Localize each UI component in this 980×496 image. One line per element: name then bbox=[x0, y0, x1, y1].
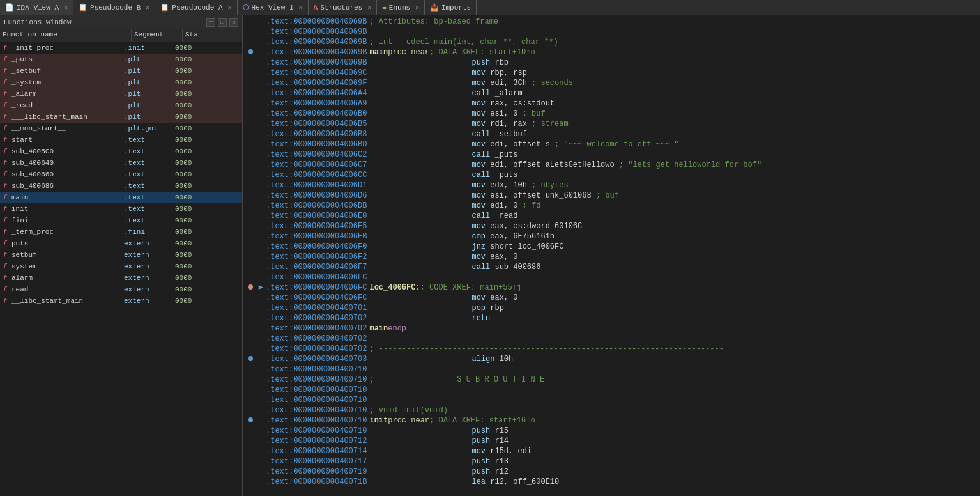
tab-close-ida[interactable]: ✕ bbox=[64, 4, 68, 12]
disasm-line[interactable]: .text:00000000004006DBmov edi, 0 ; fd bbox=[243, 201, 980, 211]
window-float-btn[interactable]: □ bbox=[218, 18, 227, 27]
function-segment: .plt bbox=[121, 90, 172, 98]
function-row-_init_proc[interactable]: f _init_proc .init 0000 bbox=[0, 42, 242, 54]
disasm-line[interactable]: .text:0000000000400710; ================… bbox=[243, 375, 980, 385]
tab-close-enums[interactable]: ✕ bbox=[415, 4, 419, 12]
disasm-line[interactable]: .text:000000000040069Bpush rbp bbox=[243, 58, 980, 68]
function-row-_puts[interactable]: f _puts .plt 0000 bbox=[0, 54, 242, 65]
disasm-line[interactable]: .text:0000000000400703align 10h bbox=[243, 354, 980, 364]
disasm-address: .text:00000000004006D1 bbox=[266, 181, 367, 190]
function-row-alarm[interactable]: f alarm extern 0000 bbox=[0, 272, 242, 284]
disasm-line[interactable]: .text:0000000000400701pop rbp bbox=[243, 303, 980, 313]
function-row-sub_400640[interactable]: f sub_400640 .text 0000 bbox=[0, 157, 242, 169]
function-row-_alarm[interactable]: f _alarm .plt 0000 bbox=[0, 88, 242, 100]
tab-close-psb[interactable]: ✕ bbox=[146, 4, 149, 12]
function-row-start[interactable]: f start .text 0000 bbox=[0, 134, 242, 146]
disasm-line[interactable]: .text:0000000000400714mov r15d, edi bbox=[243, 446, 980, 456]
disasm-line[interactable]: .text:00000000004006F2mov eax, 0 bbox=[243, 252, 980, 262]
disasm-line[interactable]: .text:000000000040069B; Attributes: bp-b… bbox=[243, 17, 980, 27]
disasm-line[interactable]: .text:00000000004006E5mov eax, cs:dword_… bbox=[243, 221, 980, 231]
tab-pseudocode-b[interactable]: 📋 Pseudocode-B ✕ bbox=[73, 0, 155, 15]
disasm-address: .text:0000000000400702 bbox=[266, 345, 367, 353]
disasm-line[interactable]: .text:0000000000400710init proc near ; D… bbox=[243, 415, 980, 426]
function-row-sub_400660[interactable]: f sub_400660 .text 0000 bbox=[0, 169, 242, 180]
function-row-sub_4005C0[interactable]: f sub_4005C0 .text 0000 bbox=[0, 146, 242, 157]
disasm-line[interactable]: .text:00000000004006FC bbox=[243, 272, 980, 283]
function-row-_system[interactable]: f _system .plt 0000 bbox=[0, 77, 242, 88]
tab-structures[interactable]: A Structures ✕ bbox=[309, 0, 378, 15]
function-row-init[interactable]: f init .text 0000 bbox=[0, 203, 242, 215]
function-segment: .text bbox=[121, 136, 172, 144]
function-row-_setbuf[interactable]: f _setbuf .plt 0000 bbox=[0, 65, 242, 77]
disasm-line[interactable]: .text:0000000000400710push r15 bbox=[243, 426, 980, 436]
function-row-_term_proc[interactable]: f _term_proc .fini 0000 bbox=[0, 226, 242, 238]
tab-close-psa[interactable]: ✕ bbox=[228, 4, 232, 12]
function-row-___libc_start_main[interactable]: f ___libc_start_main .plt 0000 bbox=[0, 111, 242, 123]
function-row-sub_400686[interactable]: f sub_400686 .text 0000 bbox=[0, 180, 242, 192]
disasm-line[interactable]: .text:000000000040069Bmain proc near ; D… bbox=[243, 47, 980, 58]
function-row-main[interactable]: f main .text 0000 bbox=[0, 192, 242, 203]
disasm-line[interactable]: .text:0000000000400710 bbox=[243, 385, 980, 395]
function-row-_read[interactable]: f _read .plt 0000 bbox=[0, 100, 242, 111]
functions-list[interactable]: f _init_proc .init 0000 f _puts .plt 000… bbox=[0, 42, 242, 496]
disasm-line[interactable]: .text:000000000040069B bbox=[243, 27, 980, 37]
function-row-__mon_start__[interactable]: f __mon_start__ .plt.got 0000 bbox=[0, 123, 242, 134]
tab-close-hex[interactable]: ✕ bbox=[299, 4, 303, 12]
disasm-line[interactable]: .text:00000000004006BDmov edi, offset s … bbox=[243, 139, 980, 150]
disasm-line[interactable]: .text:000000000040069B; int __cdecl main… bbox=[243, 37, 980, 47]
disasm-line[interactable]: .text:00000000004006A4call _alarm bbox=[243, 88, 980, 98]
function-start: 0000 bbox=[172, 286, 194, 293]
function-start: 0000 bbox=[172, 102, 194, 109]
disasm-line[interactable]: .text:000000000040069Cmov rbp, rsp bbox=[243, 68, 980, 78]
window-minimize-btn[interactable]: ─ bbox=[206, 18, 215, 27]
disasm-line[interactable]: .text:000000000040071Blea r12, off_600E1… bbox=[243, 477, 980, 487]
window-controls: ─ □ ✕ bbox=[206, 18, 238, 27]
disasm-line[interactable]: .text:00000000004006C7mov edi, offset aL… bbox=[243, 160, 980, 170]
function-row-setbuf[interactable]: f setbuf extern 0000 bbox=[0, 249, 242, 261]
disasm-line[interactable]: .text:00000000004006CCcall _puts bbox=[243, 170, 980, 180]
disasm-operands: edi, 3Ch bbox=[486, 79, 527, 88]
window-close-btn[interactable]: ✕ bbox=[229, 18, 238, 27]
function-row-system[interactable]: f system extern 0000 bbox=[0, 261, 242, 272]
disasm-line[interactable]: .text:0000000000400717push r13 bbox=[243, 456, 980, 467]
disasm-operands: edi, 0 bbox=[486, 201, 517, 210]
disasm-line[interactable]: .text:0000000000400710; void init(void) bbox=[243, 405, 980, 415]
disasm-mnemonic: call bbox=[471, 263, 490, 272]
disasm-line[interactable]: .text:00000000004006E0call _read bbox=[243, 211, 980, 221]
disasm-line[interactable]: .text:000000000040069Fmov edi, 3Ch ; sec… bbox=[243, 78, 980, 88]
function-row-fini[interactable]: f fini .text 0000 bbox=[0, 215, 242, 226]
disasm-line[interactable]: .text:0000000000400710 bbox=[243, 395, 980, 405]
tab-hex-view[interactable]: ⬡ Hex View-1 ✕ bbox=[238, 0, 309, 15]
tab-pseudocode-a[interactable]: 📋 Pseudocode-A ✕ bbox=[155, 0, 237, 15]
disasm-line[interactable]: .text:00000000004006D6mov esi, offset un… bbox=[243, 190, 980, 201]
disasm-line[interactable]: .text:0000000000400712push r14 bbox=[243, 436, 980, 446]
disasm-line[interactable]: .text:00000000004006C2call _puts bbox=[243, 150, 980, 160]
disasm-line[interactable]: .text:0000000000400702main endp bbox=[243, 323, 980, 334]
disasm-address: .text:000000000040069F bbox=[266, 79, 367, 88]
disasm-address: .text:00000000004006B8 bbox=[266, 130, 367, 139]
disasm-line[interactable]: .text:00000000004006A9mov rax, cs:stdout bbox=[243, 98, 980, 109]
disasm-line[interactable]: .text:00000000004006B0mov esi, 0 ; buf bbox=[243, 109, 980, 119]
disasm-line[interactable]: .text:0000000000400719push r12 bbox=[243, 467, 980, 477]
function-row-__libc_start_main[interactable]: f __libc_start_main extern 0000 bbox=[0, 295, 242, 307]
function-row-puts[interactable]: f puts extern 0000 bbox=[0, 238, 242, 249]
function-icon: f bbox=[0, 137, 10, 144]
tab-ida-view-a[interactable]: 📄 IDA View-A ✕ bbox=[0, 0, 73, 15]
disasm-line[interactable]: .text:0000000000400702 bbox=[243, 334, 980, 344]
disasm-line[interactable]: .text:00000000004006F0jnz short loc_4006… bbox=[243, 242, 980, 252]
function-row-read[interactable]: f read extern 0000 bbox=[0, 284, 242, 295]
disasm-line[interactable]: .text:00000000004006B8call _setbuf bbox=[243, 129, 980, 139]
disasm-line[interactable]: .text:00000000004006F7call sub_400686 bbox=[243, 262, 980, 272]
disasm-line[interactable]: .text:00000000004006D1mov edx, 10h ; nby… bbox=[243, 180, 980, 190]
disasm-line[interactable]: .text:0000000000400702; ----------------… bbox=[243, 344, 980, 354]
disasm-line[interactable]: .text:0000000000400702retn bbox=[243, 313, 980, 323]
disasm-scroll[interactable]: .text:000000000040069B; Attributes: bp-b… bbox=[243, 15, 980, 496]
disasm-line[interactable]: .text:00000000004006B5mov rdi, rax ; str… bbox=[243, 119, 980, 129]
disasm-line[interactable]: .text:00000000004006FCmov eax, 0 bbox=[243, 293, 980, 303]
disasm-line[interactable]: .text:0000000000400710 bbox=[243, 364, 980, 375]
disasm-line[interactable]: .text:00000000004006EBcmp eax, 6E756161h bbox=[243, 231, 980, 242]
tab-close-struct[interactable]: ✕ bbox=[367, 4, 371, 12]
disasm-line[interactable]: ►.text:00000000004006FCloc_4006FC: ; COD… bbox=[243, 283, 980, 293]
tab-enums[interactable]: ≡ Enums ✕ bbox=[377, 0, 425, 15]
tab-imports[interactable]: 📥 Imports bbox=[425, 0, 477, 15]
